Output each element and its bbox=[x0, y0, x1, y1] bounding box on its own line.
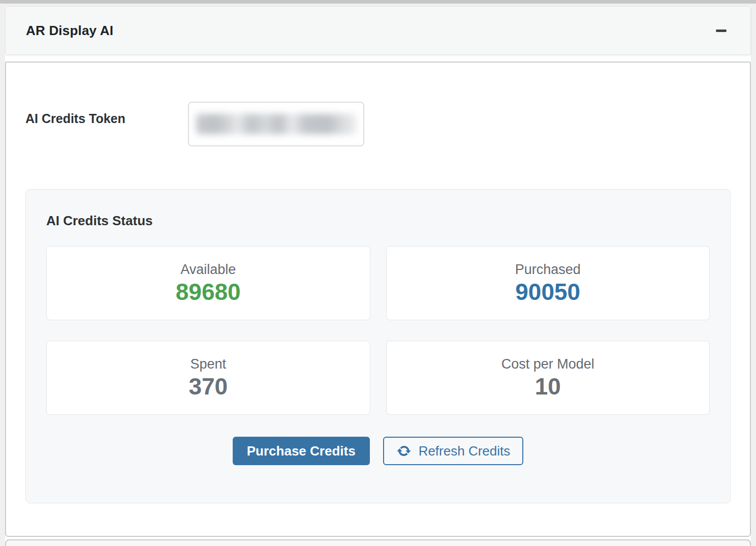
purchase-credits-button[interactable]: Purchase Credits bbox=[233, 437, 370, 465]
stat-value: 10 bbox=[535, 373, 561, 400]
previous-section-edge bbox=[0, 0, 756, 4]
stat-label: Purchased bbox=[515, 261, 581, 278]
ai-credits-status-panel: AI Credits Status Available 89680 Purcha… bbox=[25, 189, 731, 503]
stat-value: 370 bbox=[188, 373, 228, 400]
stat-value: 89680 bbox=[176, 278, 241, 306]
stat-value: 90050 bbox=[515, 278, 580, 306]
collapse-button[interactable] bbox=[712, 21, 730, 40]
stat-label: Spent bbox=[190, 355, 226, 373]
token-field-label: AI Credits Token bbox=[25, 98, 188, 126]
ai-credits-token-input[interactable] bbox=[188, 102, 364, 146]
stat-card-purchased: Purchased 90050 bbox=[386, 246, 710, 320]
status-actions: Purchase Credits Refresh Credits bbox=[46, 437, 710, 465]
section-body: AI Credits Token AI Credits Status Avail… bbox=[5, 62, 751, 537]
status-heading: AI Credits Status bbox=[46, 213, 710, 229]
stats-grid: Available 89680 Purchased 90050 Spent 37… bbox=[46, 246, 710, 415]
settings-accordion: AR Display AI AI Credits Token AI Credit… bbox=[5, 6, 751, 546]
stat-card-spent: Spent 370 bbox=[46, 341, 370, 415]
refresh-credits-button[interactable]: Refresh Credits bbox=[383, 437, 524, 465]
refresh-button-label: Refresh Credits bbox=[419, 443, 511, 459]
stat-card-cost-per-model: Cost per Model 10 bbox=[386, 341, 710, 415]
redacted-token-value bbox=[196, 114, 356, 134]
next-section-header[interactable] bbox=[5, 539, 751, 546]
minus-icon bbox=[716, 29, 727, 32]
stat-card-available: Available 89680 bbox=[46, 246, 370, 320]
stat-label: Available bbox=[180, 261, 236, 278]
section-header-ar-display-ai[interactable]: AR Display AI bbox=[5, 6, 751, 55]
section-title: AR Display AI bbox=[26, 23, 113, 39]
stat-label: Cost per Model bbox=[501, 355, 594, 373]
token-field-row: AI Credits Token bbox=[25, 98, 731, 146]
refresh-icon bbox=[396, 443, 412, 459]
